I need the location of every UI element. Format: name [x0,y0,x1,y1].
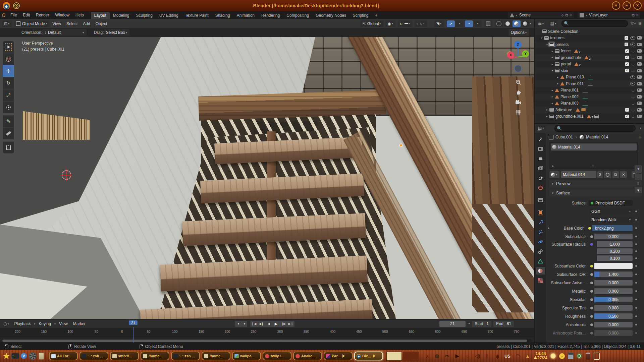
expand-arrow[interactable]: ► [555,82,560,85]
expand-arrow[interactable]: ► [550,96,555,98]
copy-scene-icon[interactable]: ⧉ [565,13,568,17]
animate-dot[interactable] [635,282,637,284]
outliner-row-plane-002[interactable]: ► Plane.002 [535,94,644,100]
properties-search-input[interactable]: 🔍 [554,125,636,132]
filter-icon[interactable]: ▽ [631,21,634,26]
subsurface-method-dropdown[interactable]: Random Walk▾ [589,217,633,223]
render-camera-icon[interactable] [637,75,642,79]
tab-render[interactable] [536,145,545,153]
clipboard-tray-icon[interactable]: ✂ [442,353,452,359]
shading-wireframe-button[interactable] [495,20,503,27]
unlink-material-button[interactable]: ✕ [620,171,627,178]
collection-checkbox[interactable]: ✓ [625,62,629,66]
outliner-row-stair[interactable]: ▼ stair ✓ [535,67,644,74]
animate-dot[interactable] [635,299,637,300]
pivot-point-dropdown[interactable]: ◉▾ [385,20,396,27]
window-menu-button[interactable]: ▾ [612,1,620,10]
material-slot-list[interactable]: Material.014 ► ⠿ [549,142,638,169]
gizmo-minus-z-axis[interactable] [515,65,522,72]
animate-dot[interactable] [635,243,637,245]
animate-dot[interactable] [635,236,637,237]
eye-closed-icon[interactable] [631,109,635,111]
keyboard-layout-indicator[interactable]: US [502,354,513,359]
tab-geometry-nodes[interactable]: Geometry Nodes [312,12,350,19]
blender-menu-icon[interactable]: ᘯ [0,12,7,18]
render-camera-icon[interactable] [637,36,642,40]
tab-collection[interactable] [536,196,545,204]
roughness-slider[interactable]: 0.500 [594,313,633,319]
taskbar-window-home-1[interactable]: /home... [141,352,169,360]
taskbar-window-home-2[interactable]: /home... [202,352,230,360]
eye-closed-icon[interactable] [631,102,635,105]
viewport-menu-view[interactable]: View [50,21,64,26]
socket-icon[interactable] [589,305,594,311]
render-camera-icon[interactable] [637,49,642,53]
timeline-ruler[interactable]: -200 -150 -100 -50 0 50 100 150 200 250 … [0,328,534,337]
gizmo-dropdown[interactable]: ▾ [455,20,464,27]
expand-arrow[interactable]: ► [550,102,555,105]
expand-arrow[interactable]: ► [550,56,555,59]
jump-to-end-button[interactable]: ▶❙ [287,321,294,327]
collection-checkbox[interactable]: ✓ [625,36,628,40]
render-camera-icon[interactable] [637,69,642,72]
eye-open-icon[interactable] [630,43,635,46]
start-frame-field[interactable]: Start1 [472,321,491,327]
workspace-1-active[interactable] [386,352,402,361]
copy-viewlayer-icon[interactable]: ⧉ [632,13,635,17]
eye-closed-icon[interactable] [631,115,635,118]
camera-view-icon[interactable] [514,98,523,107]
shading-dropdown[interactable]: ▾ [530,22,531,25]
render-camera-icon[interactable] [637,115,642,118]
tab-rendering[interactable]: Rendering [258,12,283,19]
subsurface-slider[interactable]: 0.000 [594,234,633,239]
render-camera-icon[interactable] [637,62,642,66]
eye-closed-icon[interactable] [631,89,635,92]
tab-layout[interactable]: Layout [91,12,110,19]
next-keyframe-button[interactable]: ❙▶ [280,321,287,327]
socket-icon[interactable] [589,234,594,239]
outliner-row-groundhole[interactable]: ► groundhole 2 ✓ [535,54,644,61]
animate-dot[interactable] [635,250,637,252]
tool-transform[interactable] [3,101,14,113]
render-camera-icon[interactable] [637,88,642,92]
tab-texture[interactable] [536,277,545,284]
tool-move[interactable]: ✢ [3,65,14,77]
expand-arrow[interactable]: ▼ [539,37,544,39]
distribution-dropdown[interactable]: GGX▾ [589,208,633,214]
scene-selector[interactable]: ▾ Scene ⊹ ⧉ ✕ [507,12,574,19]
collection-checkbox[interactable]: ✓ [625,56,629,59]
animate-dot[interactable] [635,210,637,212]
render-camera-icon[interactable] [637,43,642,46]
current-frame-badge[interactable]: 21 [129,320,138,325]
viewport-menu-object[interactable]: Object [93,21,110,26]
xray-toggle[interactable] [484,20,492,27]
emoji-tray-icon[interactable]: ᴗ [557,352,566,360]
properties-editor-type-button[interactable]: ▤▾ [536,125,546,132]
keying-set-dropdown[interactable]: ▾ [242,321,247,327]
volume-tray-icon[interactable]: ◁) [472,353,482,359]
show-overlays-toggle[interactable]: ◔ [465,20,473,27]
pin-icon[interactable]: ⊹ [638,135,642,139]
eye-closed-icon[interactable] [631,63,635,65]
anisotropic-slider[interactable]: 0.000 [594,322,633,327]
taskbar-window-blender-active[interactable]: Ble... [354,352,383,360]
material-name-field[interactable]: Material.014 [561,171,596,178]
network-tray-icon[interactable]: ◌ [462,353,472,359]
auto-keying-button[interactable]: ● [235,321,242,327]
tab-object[interactable] [536,209,545,216]
jump-to-start-button[interactable]: ❙◀ [250,321,258,327]
show-desktop-icon[interactable] [592,352,601,360]
taskbar-window-zsh-1[interactable]: ~ : zsh ... [79,352,108,360]
tab-output[interactable] [536,155,545,162]
expand-arrow[interactable]: ► [550,50,555,52]
outliner-row-plane-003[interactable]: ► Plane.003 [535,100,644,107]
add-workspace-button[interactable]: + [372,12,381,19]
socket-icon[interactable] [589,297,594,302]
expand-arrow[interactable]: ► [545,115,549,118]
specular-tint-slider[interactable]: 0.000 [594,305,633,311]
workspace-2[interactable] [403,352,419,361]
properties-options-dropdown[interactable]: ▾ [640,127,641,130]
outliner-row-textures[interactable]: ▼ textures ✓ [535,35,644,42]
eye-open-icon[interactable] [630,82,635,85]
taskbar-window-wallpaper[interactable]: wallpa... [232,352,261,360]
